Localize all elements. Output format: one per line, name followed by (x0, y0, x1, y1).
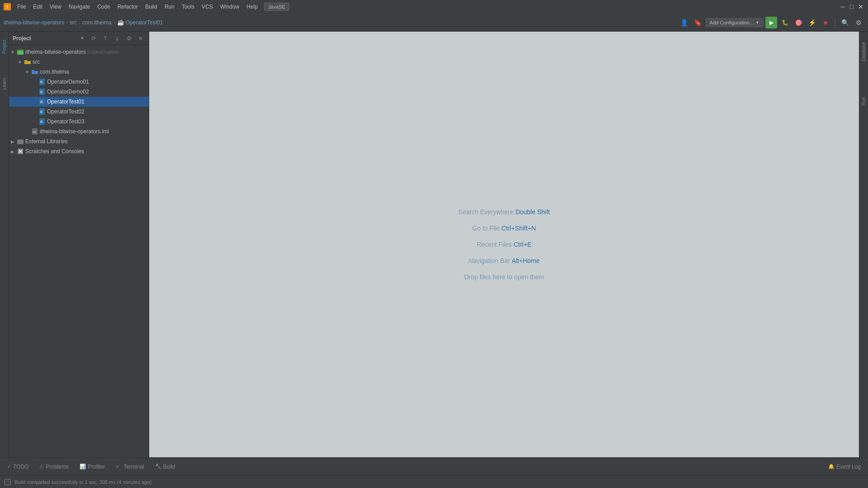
learn-tab-label: Learn (2, 78, 7, 90)
breadcrumb-package[interactable]: com.itheima (82, 19, 112, 26)
tree-item-label: com.itheima (40, 69, 149, 75)
svg-text:C: C (40, 90, 43, 94)
project-panel-title: Project (13, 35, 77, 42)
tree-item-scratches[interactable]: ▶ Scratches and Consoles (9, 146, 149, 156)
problems-tab[interactable]: ⚠ Problems (36, 462, 72, 472)
todo-tab[interactable]: ✓ TODO (4, 462, 32, 472)
menu-refactor[interactable]: Refactor (114, 2, 142, 12)
breadcrumb-src[interactable]: src (70, 19, 77, 26)
tree-item-operatordemo01[interactable]: C OperatorDemo01 (9, 77, 149, 87)
hint-shortcut[interactable]: Alt+Home (512, 257, 540, 264)
search-icon[interactable]: 🔍 (839, 17, 851, 28)
tree-item-operatortest03[interactable]: C OperatorTest03 (9, 117, 149, 127)
breadcrumb-project[interactable]: itheima-bitwise-operators (4, 19, 64, 26)
java-se-badge[interactable]: JavaSE (264, 3, 289, 11)
coverage-button[interactable]: 🎯 (793, 17, 804, 28)
event-log-icon: 🔔 (828, 464, 835, 469)
tree-item-operatortest02[interactable]: C OperatorTest02 (9, 107, 149, 117)
tree-item-label: OperatorTest01 (47, 99, 149, 105)
tree-arrow: ▶ (9, 139, 16, 144)
tree-file-icon: C (38, 88, 46, 95)
tree-item-label: External Libraries (25, 138, 149, 145)
hint-shortcut[interactable]: Ctrl+E (514, 241, 531, 248)
status-message: Build completed successfully in 1 sec, 3… (14, 479, 151, 485)
svg-text:C: C (40, 110, 43, 114)
project-close-icon[interactable]: ✕ (136, 34, 145, 43)
tree-item-label: OperatorTest03 (47, 118, 149, 125)
tree-item-label: src (33, 59, 149, 65)
svg-text:C: C (40, 120, 43, 124)
tree-item-com-itheima[interactable]: ▼ com.itheima (9, 67, 149, 77)
menu-tools[interactable]: Tools (178, 2, 198, 12)
tree-item-operatortest01[interactable]: C OperatorTest01 (9, 97, 149, 107)
settings-icon[interactable]: ⚙ (853, 17, 864, 28)
hint-text: Go to File (472, 225, 502, 232)
terminal-tab[interactable]: >_ Terminal (112, 462, 148, 472)
tree-item-operatordemo02[interactable]: C OperatorDemo02 (9, 87, 149, 97)
build-tab[interactable]: 🔨 Build (151, 462, 179, 472)
maximize-button[interactable]: □ (848, 3, 855, 10)
tree-arrow: ▼ (24, 70, 31, 75)
account-icon[interactable]: 👤 (679, 17, 690, 28)
svg-text:iml: iml (33, 131, 36, 133)
tree-item-label: OperatorTest02 (47, 108, 149, 115)
stop-button[interactable]: ■ (820, 17, 831, 28)
database-tab[interactable]: Database (860, 33, 868, 70)
menu-edit[interactable]: Edit (29, 2, 46, 12)
hint-text: Navigation Bar (468, 257, 512, 264)
editor-hint: Search Everywhere Double Shift (458, 208, 550, 216)
tree-file-icon (24, 58, 32, 66)
left-sidebar: Project Learn (0, 32, 9, 457)
menu-navigate[interactable]: Navigate (65, 2, 94, 12)
svg-rect-14 (17, 140, 24, 144)
project-settings-icon[interactable]: ⚙ (124, 34, 133, 43)
menu-window[interactable]: Window (217, 2, 243, 12)
build-label: Build (163, 464, 175, 470)
run-button[interactable]: ▶ (765, 17, 777, 28)
add-configuration-button[interactable]: Add Configuration... ▼ (706, 18, 764, 27)
hint-shortcut[interactable]: Double Shift (515, 208, 550, 216)
menu-view[interactable]: View (46, 2, 65, 12)
tree-item-label: itheima-bitwise-operators D:\IdeaProject… (25, 49, 149, 55)
editor-hint: Drop files here to open them (464, 273, 544, 281)
bookmark-icon[interactable]: 🔖 (692, 17, 704, 28)
tree-item-itheima-bitwise-operators-iml[interactable]: iml itheima-bitwise-operators.iml (9, 127, 149, 136)
tree-file-icon: C (38, 108, 46, 115)
tree-item-label: OperatorDemo01 (47, 79, 149, 85)
editor-hint: Go to File Ctrl+Shift+N (472, 225, 536, 232)
build-icon: 🔨 (155, 464, 161, 469)
hint-shortcut[interactable]: Ctrl+Shift+N (501, 225, 536, 232)
hint-text: Recent Files (477, 241, 514, 248)
debug-button[interactable]: 🐛 (779, 17, 791, 28)
tree-item-external-libraries[interactable]: ▶ External Libraries (9, 136, 149, 146)
project-collapse-icon[interactable]: ⤒ (101, 34, 110, 43)
event-log-button[interactable]: 🔔 Event Log (825, 462, 864, 472)
project-dropdown-icon[interactable]: ▼ (80, 36, 85, 41)
menu-run[interactable]: Run (161, 2, 178, 12)
tree-file-icon (31, 68, 39, 75)
profile-button[interactable]: ⚡ (806, 17, 818, 28)
project-sync-icon[interactable]: ⟳ (89, 34, 98, 43)
scratches-icon (16, 148, 24, 155)
menu-build[interactable]: Build (142, 2, 161, 12)
menu-help[interactable]: Help (243, 2, 261, 12)
menu-code[interactable]: Code (94, 2, 114, 12)
tree-file-icon: C (38, 98, 46, 105)
run-tab[interactable]: Run (860, 83, 868, 119)
menu-vcs[interactable]: VCS (198, 2, 217, 12)
profiler-tab[interactable]: 📊 Profiler (76, 462, 108, 472)
tree-item-src[interactable]: ▼ src (9, 57, 149, 67)
close-button[interactable]: ✕ (857, 3, 864, 10)
tree-item-itheima-bitwise-operators[interactable]: ▼ itheima-bitwise-operators D:\IdeaProje… (9, 47, 149, 57)
database-tab-label: Database (861, 42, 866, 61)
status-bar: □ Build completed successfully in 1 sec,… (0, 475, 868, 488)
project-panel-header: Project ▼ ⟳ ⤒ ⤓ ⚙ ✕ (9, 32, 149, 45)
breadcrumb-file[interactable]: OperatorTest01 (126, 19, 163, 26)
project-tab[interactable]: Project (0, 33, 9, 61)
minimize-button[interactable]: ─ (839, 3, 846, 10)
learn-tab[interactable]: Learn (0, 70, 9, 98)
project-expand-icon[interactable]: ⤓ (113, 34, 122, 43)
editor-area[interactable]: Search Everywhere Double ShiftGo to File… (149, 32, 859, 457)
menu-file[interactable]: File (14, 2, 29, 12)
project-panel: Project ▼ ⟳ ⤒ ⤓ ⚙ ✕ ▼ itheima-bitwise-op… (9, 32, 149, 457)
